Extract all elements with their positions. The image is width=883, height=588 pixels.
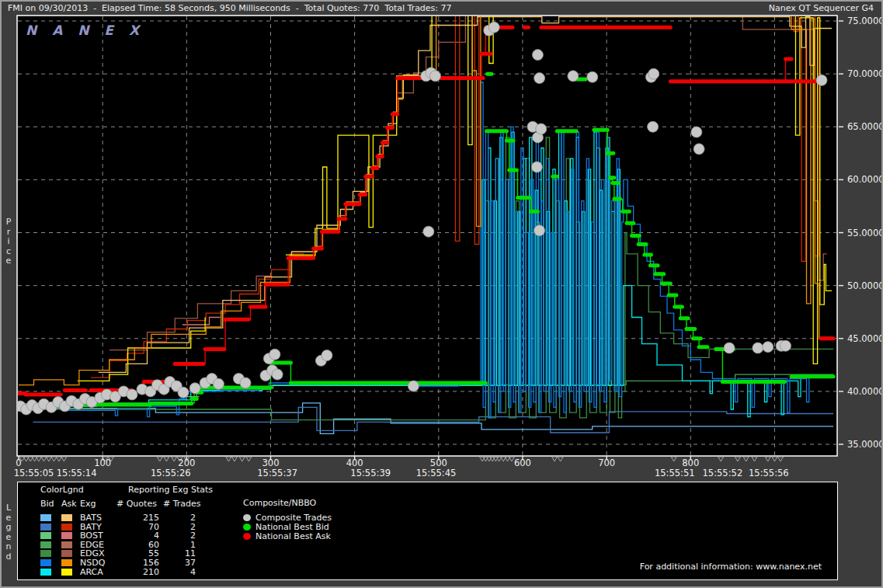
- exchange-trade-count: 37: [158, 558, 196, 567]
- composite-trade-dot: [421, 71, 432, 82]
- trade-marker-triangle: [718, 457, 724, 461]
- composite-trade-dot: [780, 340, 791, 351]
- baty-bid-line: [33, 407, 833, 433]
- trade-marker-triangle: [765, 457, 770, 461]
- ask-color-swatch: [61, 541, 72, 548]
- ask-color-swatch: [61, 569, 72, 576]
- timestamp-label: 15:55:26: [151, 468, 191, 478]
- composite-trade-dot: [648, 121, 659, 132]
- nbbo-legend-label: Composite Trades: [256, 513, 332, 522]
- composite-trade-dot: [534, 73, 545, 84]
- composite-trade-dot: [426, 68, 436, 78]
- composite-trade-dot: [315, 355, 326, 366]
- composite-trade-dot: [272, 369, 283, 380]
- composite-trade-dot: [240, 378, 251, 388]
- exchange-trade-count: 2: [158, 531, 196, 540]
- composite-trade-dot: [66, 395, 77, 406]
- trade-marker-triangle: [28, 457, 33, 461]
- trade-marker-triangle: [743, 457, 749, 461]
- timestamp-label: 15:55:52: [703, 468, 743, 478]
- arca-bid-line: [19, 132, 833, 416]
- composite-trade-dot: [534, 225, 545, 236]
- composite-trade-dot: [73, 398, 84, 409]
- composite-trade-dot: [269, 349, 280, 360]
- trade-marker-triangle: [61, 457, 67, 461]
- plot-area[interactable]: [17, 16, 837, 456]
- trade-marker-triangle: [501, 457, 506, 461]
- nbbo-header: Composite/NBBO: [243, 498, 316, 508]
- exchange-legend-row: BATY702: [18, 523, 837, 531]
- trade-marker-triangle: [246, 457, 252, 461]
- y-axis-label: 60.0000: [847, 174, 883, 185]
- x-axis-label: 500: [430, 458, 447, 468]
- trade-marker-triangle: [552, 457, 558, 461]
- trade-marker-triangle: [231, 457, 237, 461]
- composite-trade-dot: [95, 392, 106, 403]
- composite-trade-dot: [484, 25, 495, 36]
- trade-marker-triangle: [239, 457, 245, 461]
- nsdq-ask-line: [19, 15, 832, 385]
- bid-color-swatch: [40, 514, 51, 521]
- composite-trade-dot: [137, 384, 148, 395]
- composite-trade-dot: [753, 343, 763, 353]
- composite-trade-dot: [178, 387, 189, 398]
- composite-trade-dot: [724, 343, 735, 353]
- exchange-trade-count: 2: [158, 523, 196, 531]
- trade-marker-triangle: [735, 457, 740, 461]
- exchange-trade-count: 1: [158, 541, 196, 549]
- exchange-quote-count: 70: [110, 523, 159, 531]
- composite-trade-dot: [267, 365, 278, 376]
- composite-trade-dot: [38, 398, 49, 409]
- exchange-name: ARCA: [80, 568, 103, 576]
- ask-color-swatch: [61, 550, 72, 557]
- trade-marker-triangle: [505, 457, 510, 461]
- trade-marker-triangle: [483, 457, 488, 461]
- composite-trade-dot: [171, 381, 182, 391]
- legend-panel: ColorLgnd Reporting Exg Stats Bid Ask Ex…: [17, 482, 838, 580]
- trade-marker-triangle: [172, 457, 177, 461]
- app-title: Nanex QT Sequencer G4: [769, 2, 874, 15]
- x-axis-label: 0: [16, 458, 21, 468]
- nanex-logo: N A N E X: [26, 23, 144, 38]
- trade-marker-triangle: [490, 457, 495, 461]
- composite-trade-dot: [110, 391, 120, 402]
- exchange-name: EDGX: [80, 549, 104, 558]
- exchange-quote-count: 4: [110, 531, 159, 540]
- y-axis-label: 35.0000: [847, 439, 883, 450]
- timestamp-label: 15:55:39: [350, 468, 391, 478]
- trade-marker-triangle: [480, 457, 485, 461]
- y-axis-label: 55.0000: [847, 228, 883, 238]
- composite-trade-dot: [423, 226, 434, 237]
- exchange-legend-row: EDGE601: [18, 541, 837, 549]
- composite-trade-dot: [79, 393, 90, 404]
- trade-marker-triangle: [226, 457, 231, 461]
- exchange-quote-count: 156: [110, 558, 159, 567]
- trade-marker-triangle: [41, 457, 47, 461]
- composite-trade-dot: [200, 378, 210, 388]
- exchange-name: EDGE: [80, 541, 104, 549]
- col-header-exg: Exg: [80, 499, 96, 509]
- composite-trade-dot: [145, 386, 156, 397]
- timestamp-label: 15:55:56: [749, 468, 789, 478]
- composite-trade-dot: [233, 374, 244, 384]
- y-axis-label: 70.0000: [847, 68, 883, 79]
- stats-header: Reporting Exg Stats: [128, 485, 213, 495]
- footer-info: For additional information: www.nanex.ne…: [640, 562, 822, 572]
- composite-trade-dot: [21, 404, 32, 415]
- x-axis-label: 700: [598, 458, 615, 468]
- legend-axis-label: L e g e n d: [3, 503, 14, 562]
- composite-trade-dot: [59, 401, 70, 412]
- composite-trade-dot: [587, 71, 598, 82]
- trade-marker-triangle: [46, 457, 51, 461]
- composite-trade-dot: [127, 389, 137, 400]
- timestamp-label: 15:55:37: [257, 468, 297, 478]
- trade-marker-triangle: [772, 457, 777, 461]
- composite-trade-dot: [46, 402, 57, 412]
- nbbo-legend-dot: [243, 533, 251, 540]
- x-axis-label: 100: [94, 458, 111, 468]
- plot-series: [15, 15, 836, 455]
- col-header-quotes: # Quotes: [116, 499, 157, 509]
- composite-trade-dot: [189, 383, 200, 394]
- bid-color-swatch: [40, 559, 51, 566]
- edgx-ask-line: [397, 15, 827, 280]
